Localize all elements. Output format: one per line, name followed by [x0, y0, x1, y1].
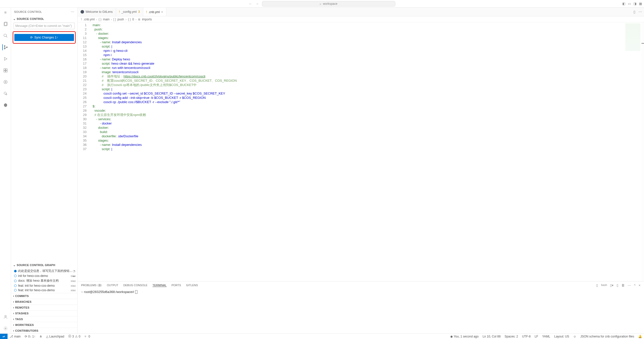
spinner-icon: ○	[81, 290, 83, 294]
status-sync[interactable]: ⟳0↓ 1↑	[23, 335, 37, 338]
history-icon: ◔	[73, 269, 75, 273]
split-terminal-icon[interactable]: ▯▾	[610, 283, 614, 287]
code-editor[interactable]: 1231112131415161718192021222324252627282…	[78, 22, 644, 281]
extensions-icon[interactable]	[3, 67, 9, 73]
status-ports[interactable]: ᯤ0	[82, 335, 92, 338]
section-commits[interactable]: ›COMMITS	[11, 293, 77, 299]
graph-item[interactable]: init for hexo-cos-demo xiao ☁	[11, 274, 77, 278]
panel-tab-debug-console[interactable]: DEBUG CONSOLE	[123, 284, 147, 287]
overview-ruler[interactable]	[641, 22, 644, 281]
tab-welcome-gitlens[interactable]: Welcome to GitLens	[78, 8, 116, 16]
layout-panel-icon[interactable]: ▭	[628, 2, 631, 6]
gitlens-inspect-icon[interactable]	[3, 91, 9, 97]
status-layout[interactable]: Layout: US	[552, 335, 571, 338]
panel-tab-ports[interactable]: PORTS	[172, 284, 181, 287]
status-spaces[interactable]: Spaces: 2	[503, 335, 520, 338]
bell-icon: 🔔	[638, 335, 642, 338]
chevron-right-icon: ›	[13, 317, 14, 321]
status-bell-icon[interactable]: 🔔	[636, 335, 644, 338]
explorer-icon[interactable]	[3, 21, 9, 27]
section-worktrees[interactable]: ›WORKTREES	[11, 322, 77, 328]
sync-changes-button[interactable]: ⟳ Sync Changes 1↑	[14, 34, 74, 41]
command-center[interactable]: ⌕ workspace	[262, 1, 395, 7]
editor-area: Welcome to GitLens ! _config.yml 3 ! .cn…	[78, 8, 644, 333]
commit-author: xiao	[71, 279, 76, 282]
status-branch[interactable]: ⎇main	[8, 335, 23, 338]
status-launchpad[interactable]: △Launchpad	[44, 335, 66, 338]
settings-gear-icon[interactable]	[3, 325, 9, 331]
section-graph[interactable]: ⌄ SOURCE CONTROL GRAPH	[11, 262, 77, 268]
layout-primary-side-icon[interactable]: ◧	[622, 2, 625, 6]
section-branches[interactable]: ›BRANCHES	[11, 299, 77, 305]
section-remotes[interactable]: ›REMOTES	[11, 305, 77, 310]
section-contributors[interactable]: ›CONTRIBUTORS	[11, 328, 77, 333]
chevron-right-icon: ›	[13, 329, 14, 332]
kill-terminal-icon[interactable]: 🗑	[621, 283, 625, 287]
section-label: WORKTREES	[15, 323, 34, 326]
chevron-right-icon: ›	[13, 294, 14, 298]
section-stashes[interactable]: ›STASHES	[11, 310, 77, 316]
commit-message: docs: 增加 hexo 基本操作文档	[18, 279, 69, 283]
terminal[interactable]: ○ root@283255d6a368:/workspace#	[78, 289, 644, 333]
status-problems[interactable]: ⓧ3⚠0	[66, 334, 82, 338]
status-feedback-icon[interactable]: ☺	[571, 335, 578, 338]
remote-indicator[interactable]: ⇌	[0, 334, 8, 339]
sync-counts: 0↓ 1↑	[28, 335, 35, 338]
split-editor-icon[interactable]: ▯	[633, 10, 635, 14]
launchpad-label: Launchpad	[49, 335, 64, 338]
code-content[interactable]: main: push: - docker: stages: - name: In…	[93, 22, 644, 151]
status-language[interactable]: YAML	[540, 335, 552, 338]
terminal-cursor	[135, 290, 137, 294]
panel-close-icon[interactable]: ×	[638, 283, 640, 287]
panel-more-icon[interactable]: ⋯	[628, 283, 631, 287]
panel-tab-problems[interactable]: PROBLEMS3	[81, 284, 102, 287]
terminal-profile-icon[interactable]: ▯	[596, 283, 598, 287]
svg-line-3	[6, 36, 7, 37]
breadcrumb[interactable]: !.cnb.yml› { }main› [ ]push› { }0› ≣impo…	[78, 16, 644, 22]
status-eol[interactable]: LF	[533, 335, 540, 338]
tab-config-yml[interactable]: ! _config.yml 3	[116, 8, 143, 16]
chevron-down-icon: ⌄	[13, 263, 16, 267]
bottom-panel: PROBLEMS3 OUTPUT DEBUG CONSOLE TERMINAL …	[78, 281, 644, 333]
commit-message-input[interactable]	[14, 23, 75, 29]
run-debug-icon[interactable]	[3, 56, 9, 62]
commit-dot-icon	[14, 275, 17, 277]
panel-tab-output[interactable]: OUTPUT	[107, 284, 118, 287]
sync-icon: ⟳	[30, 36, 33, 39]
section-tags[interactable]: ›TAGS	[11, 316, 77, 322]
status-blame[interactable]: ◉You, 1 second ago	[448, 335, 481, 338]
warning-count: 0	[79, 335, 81, 338]
editor-more-icon[interactable]: ⋯	[638, 10, 642, 14]
source-control-icon[interactable]	[2, 44, 8, 50]
status-schema[interactable]: JSON schema for cnb configuration files	[578, 335, 636, 338]
hex-icon[interactable]	[3, 102, 9, 108]
graph-item[interactable]: feat: init for hexo-cos-demo xiao	[11, 288, 77, 292]
search-activity-icon[interactable]	[3, 33, 9, 39]
crumb: .cnb.yml	[83, 18, 95, 21]
nav-forward-icon[interactable]: →	[255, 2, 259, 6]
panel-maximize-icon[interactable]: ^	[634, 283, 635, 287]
customize-layout-icon[interactable]: ▦	[639, 2, 642, 6]
sidebar-more-icon[interactable]: ⋯	[71, 10, 74, 14]
section-source-control[interactable]: ⌄ SOURCE CONTROL	[11, 16, 77, 22]
menu-icon[interactable]: ≡	[3, 10, 9, 16]
new-terminal-icon[interactable]: ▯	[617, 283, 618, 287]
panel-tab-gitlens[interactable]: GITLENS	[186, 284, 198, 287]
status-graph-icon[interactable]: ⋔	[37, 335, 44, 338]
accounts-icon[interactable]	[3, 314, 9, 320]
graph-item[interactable]: docs: 增加 hexo 基本操作文档 xiao	[11, 278, 77, 283]
gitlens-play-icon[interactable]	[3, 79, 9, 85]
gitlens-icon	[81, 10, 84, 14]
graph-item[interactable]: feat: init for hexo-cos-demo xiao	[11, 283, 77, 288]
tab-cnb-yml[interactable]: ! .cnb.yml ×	[143, 8, 166, 16]
chevron-down-icon: ⌄	[13, 17, 16, 21]
title-bar: ← → ⌕ workspace ◧ ▭ ◨ ▦	[0, 0, 644, 8]
status-position[interactable]: Ln 10, Col 88	[481, 335, 503, 338]
graph-item[interactable]: 此处是提交信息，填写完点下面的按钮... ◔	[11, 268, 77, 274]
layout-secondary-side-icon[interactable]: ◨	[633, 2, 636, 6]
status-encoding[interactable]: UTF-8	[520, 335, 533, 338]
close-icon[interactable]: ×	[161, 10, 163, 14]
panel-tab-terminal[interactable]: TERMINAL	[153, 284, 167, 287]
nav-back-icon[interactable]: ←	[249, 2, 252, 6]
sync-icon: ⟳	[25, 335, 27, 338]
